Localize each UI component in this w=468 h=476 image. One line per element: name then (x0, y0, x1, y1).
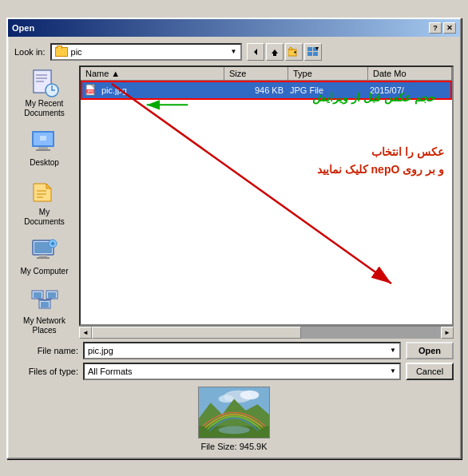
help-button[interactable]: ? (429, 22, 442, 34)
preview-area: File Size: 945.9K (14, 387, 454, 451)
title-bar-title: Open (12, 23, 34, 33)
file-row[interactable]: JPG pic.jpg 946 KB JPG File 2015/07/ (81, 81, 452, 100)
sidebar: My Recent Documents Desktop (14, 65, 74, 339)
sort-asc-icon: ▲ (111, 69, 120, 78)
up-button[interactable] (266, 43, 284, 61)
svg-point-47 (240, 390, 259, 399)
file-name-dropdown-arrow: ▼ (390, 347, 396, 354)
svg-marker-0 (254, 49, 257, 55)
file-date-cell: 2015/07/ (370, 85, 450, 95)
scrollbar-thumb[interactable] (92, 327, 301, 339)
title-bar-controls: ? ✕ (429, 22, 456, 34)
landscape-thumbnail (199, 387, 269, 438)
files-type-label: Files of type: (14, 367, 78, 376)
col-header-date[interactable]: Date Mo (368, 67, 452, 80)
sidebar-network-label: My Network Places (20, 316, 69, 335)
file-type-cell: JPG File (290, 85, 370, 95)
file-name-value: pic.jpg (88, 346, 113, 355)
horizontal-scrollbar[interactable]: ◄ ► (79, 326, 454, 339)
svg-rect-21 (40, 136, 46, 141)
sidebar-desktop-label: Desktop (30, 158, 59, 168)
svg-rect-8 (307, 52, 312, 56)
sidebar-recent-label: My Recent Documents (20, 99, 69, 118)
arrows-svg (81, 67, 452, 324)
main-area: My Recent Documents Desktop (14, 65, 454, 339)
file-list-header: Name ▲ Size Type Date Mo (81, 67, 452, 81)
cancel-button[interactable]: Cancel (406, 363, 454, 380)
svg-rect-23 (37, 193, 46, 195)
close-button[interactable]: ✕ (443, 22, 456, 34)
dialog-body: Look in: pic ▼ * (8, 37, 460, 458)
files-type-input[interactable]: All Formats ▼ (83, 363, 401, 380)
documents-icon (30, 177, 59, 206)
svg-point-48 (218, 395, 234, 403)
file-name-input[interactable]: pic.jpg ▼ (83, 342, 401, 359)
svg-rect-27 (39, 255, 47, 257)
sidebar-item-computer[interactable]: My Computer (17, 233, 73, 280)
new-folder-button[interactable]: * (285, 43, 303, 61)
dropdown-arrow-icon: ▼ (231, 48, 237, 55)
preview-image (198, 387, 270, 438)
file-name-label: File name: (14, 346, 78, 355)
svg-rect-24 (37, 196, 43, 198)
folder-icon (55, 47, 68, 57)
desktop-icon (30, 128, 59, 157)
annotation-line1: عکس را انتخاب (371, 145, 444, 158)
files-type-row: Files of type: All Formats ▼ Cancel (14, 363, 454, 380)
col-header-type[interactable]: Type (288, 67, 368, 80)
col-header-name[interactable]: Name ▲ (81, 67, 224, 80)
recent-icon (30, 69, 59, 97)
svg-rect-14 (36, 77, 47, 79)
scroll-left-button[interactable]: ◄ (79, 327, 92, 339)
network-icon (30, 286, 59, 315)
bottom-fields: File name: pic.jpg ▼ Open Files of type:… (14, 342, 454, 380)
title-bar: Open ? ✕ (8, 19, 460, 37)
svg-rect-2 (273, 54, 276, 56)
file-size-label: File Size: 945.9K (200, 442, 267, 451)
folder-name: pic (71, 47, 82, 57)
col-date-label: Date Mo (373, 69, 407, 78)
svg-rect-33 (48, 292, 56, 298)
file-list[interactable]: Name ▲ Size Type Date Mo (79, 65, 454, 326)
open-button[interactable]: Open (406, 342, 454, 359)
svg-rect-31 (34, 292, 42, 298)
col-name-label: Name (85, 69, 109, 78)
sidebar-item-network[interactable]: My Network Places (17, 283, 73, 339)
annotation-line2: و بر روی Open کلیک نمایید (317, 163, 444, 176)
scrollbar-track[interactable] (92, 327, 441, 339)
svg-marker-4 (288, 47, 293, 50)
back-button[interactable] (247, 43, 264, 61)
svg-rect-20 (36, 149, 50, 151)
computer-icon (30, 236, 59, 265)
svg-rect-15 (36, 81, 44, 82)
svg-rect-22 (37, 190, 46, 192)
sidebar-computer-label: My Computer (20, 267, 68, 276)
toolbar-row: Look in: pic ▼ * (14, 43, 454, 61)
view-options-button[interactable] (304, 43, 322, 61)
annotation-instruction: عکس را انتخاب و بر روی Open کلیک نمایید (317, 143, 444, 179)
svg-marker-1 (272, 50, 278, 54)
col-header-size[interactable]: Size (224, 67, 288, 80)
look-in-label: Look in: (14, 47, 46, 57)
svg-rect-13 (36, 74, 47, 76)
svg-point-51 (218, 426, 249, 434)
svg-rect-6 (307, 47, 312, 51)
svg-rect-9 (313, 52, 318, 56)
sidebar-item-recent[interactable]: My Recent Documents (17, 65, 73, 121)
annotation-container: حجم عکس قبل از ویرایش عکس را انتخاب و بر… (81, 67, 452, 324)
folder-select-dropdown[interactable]: pic ▼ (50, 43, 242, 61)
sidebar-item-documents[interactable]: My Documents (17, 174, 73, 230)
toolbar-buttons: * (247, 43, 322, 61)
sidebar-item-desktop[interactable]: Desktop (17, 125, 73, 171)
file-name-text: pic.jpg (101, 85, 127, 95)
jpg-file-icon: JPG (85, 84, 98, 97)
svg-rect-35 (41, 302, 49, 307)
col-size-label: Size (229, 69, 246, 78)
dialog-title: Open (12, 23, 34, 33)
svg-rect-28 (37, 257, 50, 259)
sidebar-documents-label: My Documents (20, 208, 69, 227)
scroll-right-button[interactable]: ► (441, 327, 454, 339)
file-name-row: File name: pic.jpg ▼ Open (14, 342, 454, 359)
file-area: Name ▲ Size Type Date Mo (79, 65, 454, 339)
svg-text:JPG: JPG (87, 89, 93, 93)
